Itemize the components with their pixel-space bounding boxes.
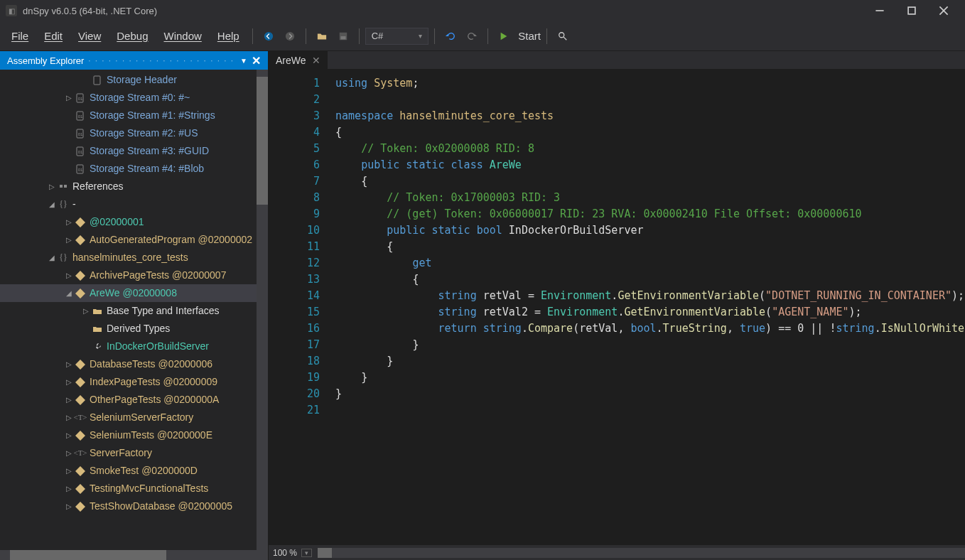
horizontal-scrollbar[interactable]	[318, 548, 965, 558]
svg-rect-33	[75, 502, 85, 512]
panel-close-button[interactable]: ✕	[252, 54, 261, 68]
tree-item[interactable]: ▷References	[0, 178, 268, 195]
tree-toggle-icon[interactable]: ◢	[65, 284, 72, 302]
tree-item-label: ServerFactory	[90, 444, 152, 462]
tree-item[interactable]: ▷Storage Header	[0, 71, 268, 89]
tree-item[interactable]: ▷01Storage Stream #0: #~	[0, 89, 268, 107]
tree-item-label: AreWe @02000008	[90, 284, 177, 302]
tree-item[interactable]: ▷ArchivePageTests @02000007	[0, 266, 268, 284]
tree-toggle-icon[interactable]: ▷	[82, 71, 90, 89]
tree-item[interactable]: ▷TestingMvcFunctionalTests	[0, 480, 268, 497]
horizontal-scrollbar[interactable]	[0, 550, 268, 560]
start-button[interactable]	[494, 26, 514, 46]
folder-icon	[92, 306, 103, 317]
tree-item[interactable]: ▷SmokeTest @0200000D	[0, 462, 268, 480]
file-tab-arewe[interactable]: AreWe ✕	[269, 51, 328, 69]
file01-icon: 01	[75, 92, 86, 104]
tree-toggle-icon[interactable]: ▷	[65, 373, 72, 391]
tree-toggle-icon[interactable]: ▷	[65, 355, 72, 373]
tree-toggle-icon[interactable]: ◢	[48, 249, 55, 266]
tree-item[interactable]: ▷ @02000001	[0, 213, 268, 231]
assembly-tree[interactable]: ▷Storage Header▷01Storage Stream #0: #~▷…	[0, 70, 268, 515]
menu-edit[interactable]: Edit	[37, 27, 70, 45]
menu-file[interactable]: File	[4, 27, 36, 45]
tree-toggle-icon[interactable]: ▷	[82, 302, 90, 320]
tree-item[interactable]: ▷OtherPageTests @0200000A	[0, 391, 268, 409]
zoom-control[interactable]: 100 % ▾	[273, 548, 312, 558]
tree-item[interactable]: ◢AreWe @02000008	[0, 284, 268, 302]
maximize-button[interactable]	[895, 0, 927, 21]
tree-item[interactable]: ◢{}hanselminutes_core_tests	[0, 249, 268, 266]
tree-toggle-icon[interactable]: ▷	[65, 391, 72, 409]
tree-item[interactable]: ▷DatabaseTests @02000006	[0, 355, 268, 373]
tree-item[interactable]: ▷<T>SeleniumServerFactory	[0, 409, 268, 426]
nav-back-button[interactable]	[259, 26, 279, 46]
nav-forward-button[interactable]	[280, 26, 300, 46]
tree-toggle-icon[interactable]: ▷	[65, 462, 72, 480]
search-button[interactable]	[553, 26, 573, 46]
tree-toggle-icon[interactable]: ▷	[65, 231, 72, 249]
svg-rect-29	[75, 395, 85, 405]
tree-toggle-icon[interactable]: ▷	[65, 426, 72, 444]
tree-toggle-icon[interactable]: ▷	[65, 89, 72, 107]
tree-toggle-icon[interactable]: ▷	[65, 480, 72, 497]
file01-icon: 01	[75, 110, 86, 122]
svg-rect-22	[64, 185, 67, 188]
tree-item[interactable]: ▷InDockerOrBuildServer	[0, 338, 268, 355]
tree-item[interactable]: ▷AutoGeneratedProgram @02000002	[0, 231, 268, 249]
tree-item[interactable]: ▷SeleniumTests @0200000E	[0, 426, 268, 444]
file-icon	[92, 75, 103, 86]
chevron-down-icon[interactable]: ▼	[240, 57, 247, 65]
tab-close-button[interactable]: ✕	[312, 55, 320, 66]
menu-window[interactable]: Window	[156, 27, 208, 45]
tree-toggle-icon[interactable]: ▷	[65, 142, 72, 160]
code-editor[interactable]: using System; namespace hanselminutes_co…	[333, 70, 965, 544]
class-icon	[75, 394, 86, 406]
menu-view[interactable]: View	[71, 27, 108, 45]
tree-item[interactable]: ▷Derived Types	[0, 320, 268, 338]
tree-item-label: -	[72, 195, 76, 213]
tree-toggle-icon[interactable]: ▷	[48, 178, 55, 195]
close-button[interactable]	[927, 0, 959, 21]
class-icon	[75, 377, 86, 388]
svg-point-8	[559, 32, 564, 37]
app-title: dnSpy v6.0.5 (64-bit, .NET Core)	[23, 6, 157, 16]
tree-toggle-icon[interactable]: ▷	[65, 497, 72, 515]
tree-item[interactable]: ▷01Storage Stream #3: #GUID	[0, 142, 268, 160]
tree-item[interactable]: ◢{}-	[0, 195, 268, 213]
language-selector[interactable]: C# ▾	[365, 28, 429, 45]
panel-header[interactable]: Assembly Explorer · · · · · · · · · · · …	[0, 51, 268, 70]
minimize-button[interactable]	[863, 0, 895, 21]
tree-toggle-icon[interactable]: ▷	[65, 266, 72, 284]
class-icon	[75, 270, 86, 281]
tree-toggle-icon[interactable]: ▷	[65, 160, 72, 178]
tree-toggle-icon[interactable]: ◢	[48, 195, 55, 213]
ns-icon: {}	[58, 252, 69, 264]
tree-item[interactable]: ▷01Storage Stream #4: #Blob	[0, 160, 268, 178]
vertical-scrollbar[interactable]	[257, 70, 268, 550]
tree-toggle-icon[interactable]: ▷	[82, 338, 90, 355]
save-button[interactable]	[333, 26, 353, 46]
open-folder-button[interactable]	[312, 26, 332, 46]
menu-debug[interactable]: Debug	[109, 27, 155, 45]
tree-item[interactable]: ▷Base Type and Interfaces	[0, 302, 268, 320]
svg-rect-24	[75, 235, 85, 245]
file01-icon: 01	[75, 163, 86, 175]
tree-item[interactable]: ▷IndexPageTests @02000009	[0, 373, 268, 391]
tree-item[interactable]: ▷01Storage Stream #2: #US	[0, 124, 268, 142]
tree-item[interactable]: ▷<T>ServerFactory	[0, 444, 268, 462]
line-number-gutter: 123456789101112131415161718192021	[269, 70, 333, 544]
undo-button[interactable]	[441, 26, 460, 46]
chevron-down-icon: ▾	[419, 32, 422, 40]
redo-button[interactable]	[462, 26, 482, 46]
tree-toggle-icon[interactable]: ▷	[65, 124, 72, 142]
tree-toggle-icon[interactable]: ▷	[65, 107, 72, 124]
tree-item[interactable]: ▷TestShowDatabase @02000005	[0, 497, 268, 515]
tree-item[interactable]: ▷01Storage Stream #1: #Strings	[0, 107, 268, 124]
menu-help[interactable]: Help	[210, 27, 247, 45]
tree-toggle-icon[interactable]: ▷	[65, 213, 72, 231]
tree-item-label: Storage Header	[107, 71, 177, 89]
tree-toggle-icon[interactable]: ▷	[65, 444, 72, 462]
tree-toggle-icon[interactable]: ▷	[65, 409, 72, 426]
tree-toggle-icon[interactable]: ▷	[82, 320, 90, 338]
